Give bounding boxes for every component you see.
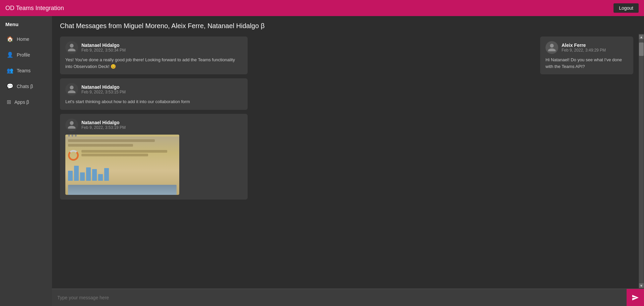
message-time: Feb 9, 2022, 3:49:29 PM [562,48,606,53]
send-icon [632,294,639,301]
sidebar-item-chats[interactable]: 💬 Chats β [1,78,51,94]
sidebar: Menu 🏠 Home 👤 Profile 👥 Teams 💬 Chats β … [0,16,52,306]
message-time: Feb 9, 2022, 3:53:15 PM [81,90,126,94]
scrollbar-up-button[interactable]: ▲ [639,34,644,39]
message-header: Natanael Hidalgo Feb 9, 2022, 3:50:34 PM [65,41,242,54]
message-input[interactable] [52,289,627,306]
sidebar-item-label: Home [17,36,29,42]
sidebar-menu-label: Menu [0,19,52,31]
message-time: Feb 9, 2022, 3:50:34 PM [81,48,126,53]
message-meta: Natanael Hidalgo Feb 9, 2022, 3:50:34 PM [81,43,126,53]
header: OD Teams Integration Logout [0,0,644,16]
messages-list[interactable]: Natanael Hidalgo Feb 9, 2022, 3:50:34 PM… [52,34,535,289]
person-icon: 👤 [7,52,13,58]
message-card: Natanael Hidalgo Feb 9, 2022, 3:53:19 PM [60,114,248,200]
message-image-preview [65,135,179,195]
content-area: Chat Messages from Miguel Moreno, Aleix … [52,16,644,306]
group-icon: 👥 [7,67,13,74]
message-card: Natanael Hidalgo Feb 9, 2022, 3:50:34 PM… [60,36,248,74]
sidebar-item-profile[interactable]: 👤 Profile [1,47,51,63]
sidebar-item-label: Teams [17,68,30,73]
sidebar-item-home[interactable]: 🏠 Home [1,31,51,47]
app-title: OD Teams Integration [5,5,64,12]
message-meta: Natanael Hidalgo Feb 9, 2022, 3:53:19 PM [81,120,126,130]
main-layout: Menu 🏠 Home 👤 Profile 👥 Teams 💬 Chats β … [0,16,644,306]
sidebar-item-apps[interactable]: ⊞ Apps β [1,94,51,110]
sidebar-item-teams[interactable]: 👥 Teams [1,63,51,78]
scrollbar-thumb[interactable] [639,43,644,56]
sidebar-item-label: Chats β [17,84,33,89]
message-header: Natanael Hidalgo Feb 9, 2022, 3:53:19 PM [65,119,242,131]
avatar [65,41,78,54]
message-sender: Natanael Hidalgo [81,120,126,125]
message-text: Hi Natanael! Do you see what I've done w… [545,57,628,70]
message-input-area [52,289,644,306]
message-sender: Aleix Ferre [562,43,606,48]
chat-area: Natanael Hidalgo Feb 9, 2022, 3:50:34 PM… [52,34,644,289]
aleix-message-card: Aleix Ferre Feb 9, 2022, 3:49:29 PM Hi N… [540,36,633,74]
home-icon: 🏠 [7,36,13,42]
scrollbar[interactable]: ▲ ▼ [639,34,644,289]
sidebar-item-label: Apps β [14,99,29,105]
avatar [545,41,558,54]
message-sender: Natanael Hidalgo [81,84,126,90]
sidebar-item-label: Profile [17,52,30,58]
page-title: Chat Messages from Miguel Moreno, Aleix … [52,16,644,34]
message-sender: Natanael Hidalgo [81,43,126,48]
message-card: Natanael Hidalgo Feb 9, 2022, 3:53:15 PM… [60,78,248,110]
avatar [65,119,78,131]
right-panel: Aleix Ferre Feb 9, 2022, 3:49:29 PM Hi N… [535,34,639,289]
message-header: Natanael Hidalgo Feb 9, 2022, 3:53:15 PM [65,83,242,96]
message-meta: Aleix Ferre Feb 9, 2022, 3:49:29 PM [562,43,606,53]
send-button[interactable] [627,289,644,306]
message-time: Feb 9, 2022, 3:53:19 PM [81,125,126,130]
message-text: Yes! You've done a really good job there… [65,57,242,70]
message-header: Aleix Ferre Feb 9, 2022, 3:49:29 PM [545,41,628,54]
message-meta: Natanael Hidalgo Feb 9, 2022, 3:53:15 PM [81,84,126,94]
scrollbar-down-button[interactable]: ▼ [639,283,644,288]
chat-icon: 💬 [7,83,13,89]
apps-icon: ⊞ [7,99,11,105]
avatar [65,83,78,96]
message-text: Let's start thinking about how to add it… [65,98,242,105]
logout-button[interactable]: Logout [614,3,639,13]
scrollbar-track[interactable] [639,39,644,283]
